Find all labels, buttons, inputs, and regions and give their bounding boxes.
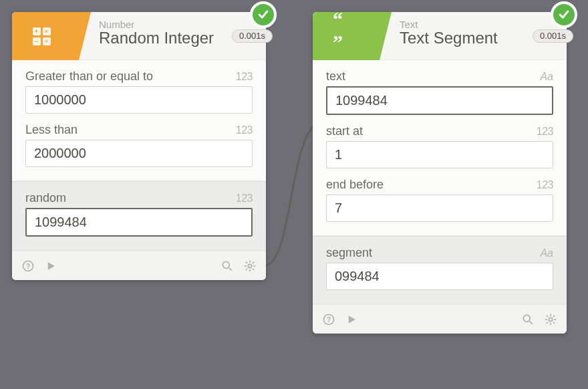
card-title: Random Integer [99, 29, 214, 47]
svg-text:?: ? [327, 315, 331, 323]
type-indicator-number: 123 [236, 71, 253, 83]
type-indicator-number: 123 [236, 192, 253, 205]
type-indicator-text: Aa [540, 71, 553, 83]
field-label-gte: Greater than or equal to [25, 70, 153, 84]
execution-time: 0.001s [232, 29, 273, 43]
field-label-lt: Less than [25, 123, 78, 137]
help-icon[interactable]: ? [322, 313, 335, 326]
field-label-segment: segment [326, 246, 372, 260]
svg-line-3 [229, 267, 232, 270]
card-random-integer: + × − ÷ Number Random Integer 0.001s Gre… [12, 12, 266, 280]
card-footer: ? [12, 251, 266, 280]
input-start-at[interactable] [326, 141, 553, 168]
search-icon[interactable] [521, 313, 535, 326]
output-segment[interactable] [326, 263, 553, 290]
input-end-before[interactable] [326, 194, 553, 222]
status-badge-success [551, 1, 577, 28]
svg-line-23 [553, 321, 555, 323]
status-badge-success [250, 1, 277, 28]
field-label-random: random [25, 191, 66, 205]
card-header: “ ” Text Text Segment 0.001s [313, 12, 567, 60]
card-header: + × − ÷ Number Random Integer 0.001s [12, 12, 266, 60]
input-text[interactable] [326, 86, 553, 115]
input-greater-than-or-equal[interactable] [25, 86, 253, 114]
svg-point-17 [549, 317, 552, 321]
svg-text:?: ? [26, 262, 31, 270]
type-indicator-number: 123 [537, 179, 553, 191]
svg-line-24 [547, 321, 548, 323]
output-random[interactable] [25, 208, 253, 237]
outputs-section: segment Aa [313, 236, 567, 304]
type-indicator-number: 123 [537, 126, 553, 138]
type-indicator-text: Aa [540, 247, 553, 259]
svg-line-22 [547, 315, 548, 316]
type-indicator-number: 123 [236, 124, 253, 136]
svg-line-16 [530, 321, 533, 323]
play-icon[interactable] [345, 313, 358, 326]
check-icon [257, 8, 270, 21]
gear-icon[interactable] [243, 259, 257, 273]
header-color-tab: + × − ÷ [12, 12, 79, 60]
inputs-section: text Aa start at 123 end before 123 [313, 60, 567, 236]
card-title: Text Segment [400, 29, 498, 47]
execution-time: 0.001s [533, 29, 573, 43]
quotes-icon: “ ” [333, 21, 351, 40]
svg-line-11 [246, 268, 247, 269]
card-text-segment: “ ” Text Text Segment 0.001s text Aa [313, 12, 567, 334]
field-label-text: text [326, 70, 345, 84]
check-icon [557, 8, 571, 21]
svg-point-15 [523, 315, 530, 321]
card-footer: ? [313, 304, 567, 334]
svg-line-25 [553, 315, 555, 316]
calculator-icon: + × − ÷ [32, 27, 51, 45]
search-icon[interactable] [220, 259, 234, 273]
field-label-end: end before [326, 178, 384, 192]
play-icon[interactable] [44, 259, 57, 273]
input-less-than[interactable] [25, 140, 253, 167]
gear-icon[interactable] [544, 313, 557, 326]
svg-point-2 [223, 261, 229, 268]
svg-line-10 [253, 268, 254, 269]
inputs-section: Greater than or equal to 123 Less than 1… [12, 60, 266, 181]
field-label-start: start at [326, 124, 363, 138]
help-icon[interactable]: ? [21, 259, 35, 273]
svg-point-4 [248, 264, 251, 267]
svg-line-12 [253, 261, 254, 263]
outputs-section: random 123 [12, 181, 266, 251]
svg-line-9 [246, 261, 247, 263]
header-color-tab: “ ” [313, 12, 380, 60]
